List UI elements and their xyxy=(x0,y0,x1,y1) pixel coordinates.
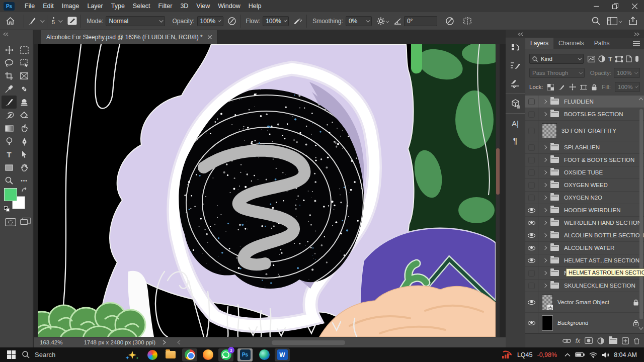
zoom-level[interactable]: 163.42% xyxy=(40,339,62,345)
chevron-right-icon[interactable] xyxy=(543,258,547,262)
panel-menu-icon[interactable] xyxy=(633,38,644,49)
brush-size-widget[interactable]: 5 xyxy=(52,17,61,25)
menu-view[interactable]: View xyxy=(192,1,214,11)
clone-stamp-tool[interactable] xyxy=(17,96,32,109)
scroll-up-icon[interactable] xyxy=(638,97,643,101)
pen-tool[interactable] xyxy=(17,135,32,148)
collapse-dock-icon[interactable] xyxy=(518,32,524,36)
visibility-toggle[interactable] xyxy=(525,254,538,266)
tab-close-icon[interactable] xyxy=(208,35,212,39)
character-panel-icon[interactable]: A| xyxy=(507,116,523,131)
opacity-select[interactable]: 100% xyxy=(197,16,223,26)
chevron-right-icon[interactable] xyxy=(543,246,547,250)
layer-row-oxygen-weed[interactable]: OXYGEN WEED xyxy=(525,179,644,192)
layer-row-weirdlien-hand[interactable]: WEIRDLIEN HAND SECTION xyxy=(525,217,644,229)
share-icon[interactable] xyxy=(629,17,637,25)
frame-tool[interactable] xyxy=(17,69,32,82)
taskbar-word[interactable]: W xyxy=(275,348,290,361)
airbrush-icon[interactable] xyxy=(293,17,303,25)
layer-row-3d-font[interactable]: 3D FONT GRAFFITY xyxy=(525,121,644,141)
battery-icon[interactable] xyxy=(575,352,585,357)
filter-pixel-layers-icon[interactable] xyxy=(588,56,595,62)
brush-angle-input[interactable]: 0° xyxy=(404,16,437,26)
close-button[interactable] xyxy=(625,0,644,12)
add-mask-icon[interactable] xyxy=(585,337,593,344)
canvas-horizontal-scrollbar-thumb[interactable] xyxy=(272,340,345,345)
status-chevron-icon[interactable] xyxy=(163,340,166,345)
move-tool[interactable] xyxy=(2,43,17,56)
smudge-tool[interactable] xyxy=(17,122,32,135)
pressure-size-icon[interactable] xyxy=(445,17,454,26)
toggle-brush-settings-icon[interactable] xyxy=(67,17,77,25)
taskbar-edge[interactable] xyxy=(257,348,272,361)
taskbar-copilot[interactable] xyxy=(145,348,160,361)
blend-mode-select[interactable]: Normal xyxy=(106,16,165,26)
paragraph-panel-icon[interactable]: ¶ xyxy=(507,134,523,149)
lock-pixels-icon[interactable] xyxy=(558,83,565,90)
default-colors-icon[interactable] xyxy=(4,206,10,212)
taskbar-whatsapp[interactable]: 3 xyxy=(218,348,233,361)
copilot-sparkle-icon[interactable] xyxy=(121,350,144,360)
dodge-tool[interactable] xyxy=(2,135,17,148)
taskbar-chrome[interactable] xyxy=(182,348,197,361)
layer-row-fluidlien[interactable]: FLUIDLIEN xyxy=(525,96,644,108)
home-icon[interactable] xyxy=(0,17,20,25)
path-selection-tool[interactable] xyxy=(17,148,32,161)
layer-thumbnail[interactable] xyxy=(542,295,553,310)
menu-3d[interactable]: 3D xyxy=(176,1,192,11)
menu-file[interactable]: File xyxy=(21,1,39,11)
brush-preset-picker[interactable] xyxy=(28,17,43,26)
smoothing-select[interactable]: 0% xyxy=(346,16,372,26)
menu-help[interactable]: Help xyxy=(245,1,266,11)
layer-row-background[interactable]: Background xyxy=(525,313,644,333)
lock-all-icon[interactable] xyxy=(591,84,597,90)
smoothing-gear-icon[interactable] xyxy=(377,17,389,25)
chevron-right-icon[interactable] xyxy=(543,271,547,275)
canvas-vertical-scrollbar-thumb[interactable] xyxy=(496,148,500,195)
menu-window[interactable]: Window xyxy=(214,1,244,11)
zoom-tool[interactable] xyxy=(2,174,17,187)
visibility-toggle[interactable] xyxy=(525,96,538,108)
chevron-right-icon[interactable] xyxy=(543,100,547,104)
tab-channels[interactable]: Channels xyxy=(553,38,589,49)
brush-settings-panel-icon[interactable] xyxy=(507,58,523,73)
layer-row-skulnecklien[interactable]: SKULNECKLIEN SECTION xyxy=(525,280,644,292)
new-group-icon[interactable] xyxy=(609,338,617,344)
visibility-toggle[interactable] xyxy=(525,217,538,229)
tray-expand-icon[interactable] xyxy=(565,353,571,357)
marquee-tool[interactable] xyxy=(17,43,32,56)
swap-colors-icon[interactable] xyxy=(21,187,28,194)
volume-icon[interactable] xyxy=(602,352,609,358)
chevron-right-icon[interactable] xyxy=(543,145,547,149)
shape-tool[interactable] xyxy=(2,161,17,174)
layers-scrollbar-thumb[interactable] xyxy=(639,109,643,319)
gradient-tool[interactable] xyxy=(2,122,17,135)
visibility-toggle[interactable] xyxy=(525,154,538,166)
paint-symmetry-icon[interactable] xyxy=(462,17,472,26)
lock-position-icon[interactable] xyxy=(569,83,576,90)
chevron-right-icon[interactable] xyxy=(543,208,547,212)
taskbar-file-explorer[interactable] xyxy=(163,348,178,361)
visibility-toggle[interactable] xyxy=(525,280,538,292)
layer-row-alcolien-water[interactable]: ALCOLIEN WATER xyxy=(525,242,644,254)
history-brush-tool[interactable] xyxy=(2,109,17,122)
taskbar-photoshop[interactable]: Ps xyxy=(237,348,253,361)
stock-change[interactable]: -0,98% xyxy=(537,351,557,358)
taskbar-search[interactable]: Search xyxy=(22,351,118,358)
healing-brush-tool[interactable] xyxy=(17,82,32,96)
expand-panels-icon[interactable] xyxy=(634,32,640,36)
scroll-left-icon[interactable] xyxy=(177,340,181,345)
quick-mask-icon[interactable] xyxy=(4,217,17,227)
layer-row-splashlien[interactable]: SPLASHLIEN xyxy=(525,141,644,154)
history-panel-icon[interactable] xyxy=(507,40,523,55)
layer-row-foot-boots[interactable]: FOOT & BOOTS SECTION xyxy=(525,154,644,166)
brush-tool[interactable] xyxy=(2,96,17,109)
visibility-toggle[interactable] xyxy=(525,229,538,241)
clock[interactable]: 8:04 AM xyxy=(614,351,637,358)
libraries-panel-icon[interactable] xyxy=(507,96,523,111)
lasso-tool[interactable] xyxy=(2,56,17,69)
menu-edit[interactable]: Edit xyxy=(39,1,58,11)
visibility-toggle[interactable] xyxy=(525,292,538,312)
layer-row-vector-smart-object[interactable]: Vector Smart Object xyxy=(525,292,644,313)
visibility-toggle[interactable] xyxy=(525,121,538,141)
